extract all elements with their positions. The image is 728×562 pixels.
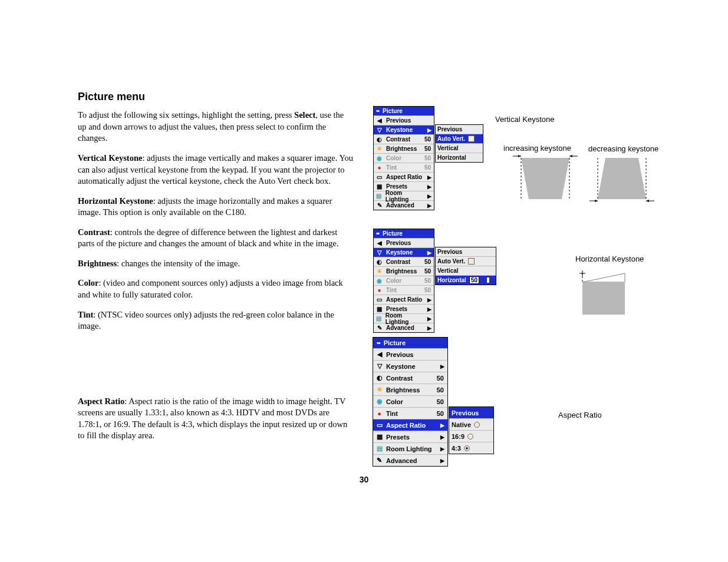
- brightness-icon: ☀: [375, 146, 383, 152]
- keystone-submenu-1: Previous Auto Vert.✓ Vertical Horizontal: [435, 124, 483, 163]
- menu1-color-label: Color: [386, 155, 420, 161]
- caption-increasing: increasing keystone: [503, 144, 571, 153]
- menu1-presets-label: Presets: [386, 183, 423, 190]
- sub3-previous[interactable]: Previous: [449, 407, 493, 418]
- menu2-contrast[interactable]: ◐Contrast50: [374, 257, 434, 266]
- contrast-icon: ◐: [375, 375, 383, 381]
- menu1-contrast-label: Contrast: [386, 136, 420, 143]
- sub2-autovert-label: Auto Vert.: [437, 258, 465, 265]
- menu2-tint: ●Tint50: [374, 285, 434, 295]
- svg-marker-13: [646, 200, 649, 202]
- ct-term: Contrast: [78, 227, 110, 237]
- sub1-horizontal[interactable]: Horizontal: [436, 153, 483, 162]
- menu2-color-label: Color: [386, 277, 420, 284]
- menu2-advanced[interactable]: ✎Advanced▶: [374, 323, 434, 332]
- sub2-previous[interactable]: Previous: [436, 247, 496, 256]
- sub1-vertical-label: Vertical: [437, 145, 459, 151]
- menu3-color[interactable]: ◉Color50: [373, 395, 447, 407]
- sub3-43-label: 4:3: [452, 445, 461, 452]
- menu2-brightness[interactable]: ☀Brightness50: [374, 266, 434, 276]
- sub3-previous-label: Previous: [452, 409, 479, 416]
- menu1-brightness[interactable]: ☀Brightness50: [374, 144, 434, 153]
- contrast-icon: ◐: [375, 259, 383, 265]
- svg-marker-0: [521, 158, 569, 199]
- menu2-titlebar: •• Picture: [374, 229, 434, 238]
- intro-text-a: To adjust the following six settings, hi…: [78, 110, 294, 120]
- caption-horizontal-keystone: Horizontal Keystone: [575, 254, 644, 263]
- menu1-room[interactable]: ▤Room Lighting▶: [374, 191, 434, 200]
- vk-term: Vertical Keystone: [78, 153, 142, 163]
- horizontal-slider[interactable]: [482, 277, 494, 283]
- aspect-icon: ▭: [375, 422, 383, 428]
- native-radio[interactable]: [474, 422, 480, 428]
- sub2-vertical[interactable]: Vertical: [436, 266, 496, 275]
- 43-radio[interactable]: [464, 445, 470, 451]
- menu1-aspect[interactable]: ▭Aspect Ratio▶: [374, 172, 434, 181]
- menu2-presets-label: Presets: [386, 306, 423, 312]
- menu1-titlebar: •• Picture: [374, 107, 434, 115]
- 169-radio[interactable]: [467, 434, 473, 439]
- section-heading: Picture menu: [78, 90, 354, 104]
- menu3-tint-label: Tint: [386, 410, 433, 417]
- menu2-contrast-label: Contrast: [386, 259, 420, 265]
- sub1-autovert-label: Auto Vert.: [437, 135, 465, 142]
- menu3-aspect[interactable]: ▭Aspect Ratio▶: [373, 419, 447, 431]
- sub1-previous[interactable]: Previous: [436, 125, 483, 134]
- sub3-native[interactable]: Native: [449, 418, 493, 430]
- menu3-contrast[interactable]: ◐Contrast50: [373, 372, 447, 384]
- diagram-decreasing-keystone: [589, 155, 654, 205]
- picture-menu-3: •• Picture ◀Previous ▽Keystone▶ ◐Contras…: [373, 337, 448, 467]
- caption-aspect: Aspect Ratio: [558, 411, 602, 419]
- aspect-icon: ▭: [375, 296, 383, 303]
- menu3-tint[interactable]: ●Tint50: [373, 407, 447, 419]
- menu1-color-val: 50: [423, 155, 432, 161]
- br-desc: : changes the intensity of the image.: [117, 259, 240, 268]
- menu1-advanced-label: Advanced: [386, 202, 423, 209]
- menu3-presets[interactable]: ▦Presets▶: [373, 431, 447, 442]
- menu3-brightness[interactable]: ☀Brightness50: [373, 384, 447, 395]
- menu3-advanced[interactable]: ✎Advanced▶: [373, 454, 447, 466]
- co-desc: : (video and component sources only) adj…: [78, 278, 343, 299]
- menu3-previous[interactable]: ◀Previous: [373, 348, 447, 360]
- menu1-title: Picture: [383, 108, 403, 114]
- menu3-keystone[interactable]: ▽Keystone▶: [373, 360, 447, 372]
- color-paragraph: Color: (video and component sources only…: [78, 277, 354, 300]
- hk-term: Horizontal Keystone: [78, 196, 153, 206]
- menu3-room-label: Room Lighting: [386, 445, 436, 452]
- sub3-169[interactable]: 16:9: [449, 430, 493, 442]
- autovert-checkbox[interactable]: ✓: [468, 135, 475, 142]
- menu2-keystone[interactable]: ▽Keystone▶: [374, 247, 434, 257]
- menu3-room[interactable]: ▤Room Lighting▶: [373, 442, 447, 454]
- chevron-right-icon: ▶: [439, 446, 445, 452]
- menu1-contrast[interactable]: ◐Contrast50: [374, 134, 434, 144]
- color-icon: ◉: [375, 155, 383, 161]
- menu2-color-val: 50: [423, 277, 432, 284]
- caption-decreasing: decreasing keystone: [588, 144, 658, 153]
- chevron-right-icon: ▶: [426, 127, 432, 133]
- sub2-horizontal[interactable]: Horizontal50: [436, 275, 496, 285]
- menu3-aspect-label: Aspect Ratio: [386, 422, 436, 429]
- presets-icon: ▦: [375, 183, 383, 190]
- sub1-autovert[interactable]: Auto Vert.✓: [436, 134, 483, 143]
- svg-marker-7: [598, 158, 646, 199]
- svg-marker-4: [518, 155, 521, 157]
- menu2-room[interactable]: ▤Room Lighting▶: [374, 313, 434, 323]
- sub2-autovert[interactable]: Auto Vert.: [436, 256, 496, 266]
- presets-icon: ▦: [375, 306, 383, 312]
- menu1-previous[interactable]: ◀Previous: [374, 115, 434, 125]
- menu1-advanced[interactable]: ✎Advanced▶: [374, 200, 434, 210]
- picture-menu-1: •• Picture ◀Previous ▽Keystone▶ ◐Contras…: [373, 106, 434, 210]
- sub3-43[interactable]: 4:3: [449, 442, 493, 454]
- menu3-advanced-label: Advanced: [386, 457, 436, 464]
- menu2-previous[interactable]: ◀Previous: [374, 238, 434, 247]
- autovert-checkbox-2[interactable]: [468, 258, 475, 265]
- sub1-vertical[interactable]: Vertical: [436, 143, 483, 153]
- advanced-icon: ✎: [375, 325, 383, 331]
- menu2-keystone-label: Keystone: [386, 249, 423, 256]
- ti-desc: : (NTSC video sources only) adjusts the …: [78, 310, 334, 331]
- menu1-keystone[interactable]: ▽Keystone▶: [374, 125, 434, 134]
- vertical-keystone-paragraph: Vertical Keystone: adjusts the image ver…: [78, 153, 354, 187]
- intro-select-word: Select: [294, 110, 315, 120]
- menu1-aspect-label: Aspect Ratio: [386, 174, 423, 180]
- menu2-aspect[interactable]: ▭Aspect Ratio▶: [374, 295, 434, 304]
